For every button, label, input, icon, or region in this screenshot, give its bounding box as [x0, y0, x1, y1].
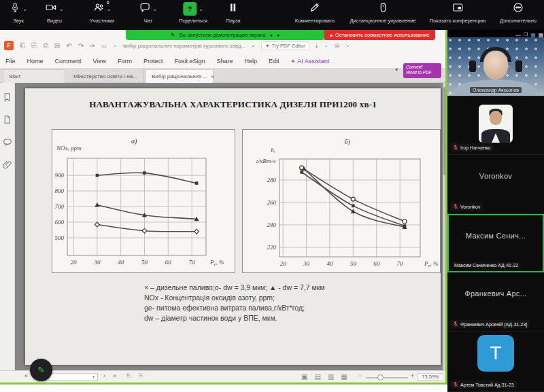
- chevron-down-icon[interactable]: ⌄: [113, 43, 117, 48]
- help-bubble-icon[interactable]: ◎: [335, 42, 340, 49]
- menu-file[interactable]: File: [5, 58, 16, 65]
- save-icon[interactable]: ⎘: [31, 41, 37, 50]
- single-page-icon[interactable]: ⎗: [126, 372, 131, 379]
- video-tile[interactable]: Ігор Натченко: [447, 96, 544, 155]
- chevron-down-icon[interactable]: ⌄: [152, 6, 157, 12]
- gallery-view-icon[interactable]: ▦: [539, 32, 544, 38]
- minimize-icon[interactable]: —: [515, 32, 521, 38]
- chevron-down-icon[interactable]: ⌄: [346, 43, 350, 48]
- chevron-down-icon[interactable]: ⌄: [107, 6, 112, 12]
- svg-text:NOх, ppm: NOх, ppm: [56, 145, 82, 152]
- print-icon[interactable]: ⎙: [43, 41, 48, 50]
- page-thumbnails-icon[interactable]: [3, 115, 12, 127]
- share-screen-icon: [183, 2, 197, 16]
- try-pdf-editor-chip[interactable]: ✦ Try PDF Editor: [261, 41, 309, 50]
- menu-ai-assistant[interactable]: ✦ AI Assistant: [291, 58, 330, 65]
- tab-active-doc[interactable]: Вибір раціональних ... ×: [146, 69, 214, 83]
- foxit-pdf-window: F ⎗ ⎘ ⎙ ✉ ↶ ↷ ✑ ▭ ⌄ вибір раціональних п…: [0, 30, 447, 385]
- two-page-view-icon[interactable]: ▥: [328, 373, 334, 380]
- toolbar-item-audio[interactable]: ⌄ Звук: [10, 2, 27, 24]
- video-tile-active-speaker[interactable]: Максим Сенич... Максим Сениченко АД-41-2…: [447, 214, 544, 272]
- grid-view-icon[interactable]: ▦: [530, 32, 536, 38]
- fit-width-icon[interactable]: ▤: [314, 373, 320, 380]
- toolbar-item-participants[interactable]: 6 ⌄ Участники: [90, 2, 114, 24]
- facing-pages-icon[interactable]: ⎘: [139, 372, 143, 379]
- participant-name-label: Артем Товстий Ад 31-23: [450, 380, 517, 389]
- share-border-bottom: [0, 382, 447, 385]
- redo-icon[interactable]: ↷: [78, 42, 84, 50]
- tab-ministry-doc[interactable]: Міністерство освіти і на...: [68, 69, 144, 83]
- hand-tool-icon[interactable]: ✑: [90, 42, 95, 50]
- bookmarks-icon[interactable]: [3, 92, 12, 105]
- first-page-button[interactable]: «: [24, 372, 28, 379]
- video-tile-host[interactable]: Олександр Аксьонов: [447, 37, 544, 96]
- menu-comment[interactable]: Comment: [55, 58, 82, 65]
- menu-protect[interactable]: Protect: [143, 58, 163, 65]
- chevron-down-icon[interactable]: ⌄: [59, 6, 64, 12]
- menu-view[interactable]: View: [93, 58, 106, 65]
- toolbar-item-show-meeting[interactable]: Показать конференцию: [430, 2, 486, 24]
- participant-name-label: Максим Сениченко АД-41-22: [452, 262, 521, 268]
- search-icon[interactable]: ⌕: [252, 42, 255, 50]
- open-file-icon[interactable]: ⎗: [20, 41, 25, 50]
- zoom-slider-track[interactable]: [366, 377, 408, 378]
- headphone-earcup: [469, 60, 476, 72]
- restore-icon[interactable]: ❐: [524, 32, 528, 37]
- fit-page-icon[interactable]: ▣: [301, 373, 307, 380]
- svg-text:г/кВт·ч: г/кВт·ч: [256, 158, 275, 164]
- toolbar-item-annotate[interactable]: Комментировать: [295, 2, 335, 24]
- last-page-button[interactable]: »: [113, 372, 116, 379]
- video-tile[interactable]: Т Артем Товстий Ад 31-23: [447, 332, 544, 392]
- menu-help[interactable]: Help: [244, 58, 257, 65]
- email-icon[interactable]: ✉: [54, 42, 60, 50]
- menu-foxit-esign[interactable]: Foxit eSign: [174, 58, 205, 65]
- document-canvas: НАВАНТАЖУВАЛЬНА ХАРАКТЕРИСТИКА ДИЗЕЛЯ ПР…: [15, 83, 443, 370]
- download-icon[interactable]: ⤓: [316, 42, 318, 50]
- convert-word-to-pdf-badge[interactable]: Convert! Word to PDF: [403, 63, 441, 78]
- screen-share-banner: ✎ Вы запустили демонстрацию экрана ● ●: [126, 30, 324, 40]
- banner-option-icon[interactable]: ●: [270, 33, 273, 37]
- toolbar-item-more[interactable]: Дополнительно: [500, 2, 537, 24]
- menu-share[interactable]: Share: [216, 58, 233, 65]
- svg-text:Pe, %: Pe, %: [209, 259, 224, 267]
- pdf-page: НАВАНТАЖУВАЛЬНА ХАРАКТЕРИСТИКА ДИЗЕЛЯ ПР…: [25, 88, 441, 365]
- banner-settings-icon[interactable]: ●: [277, 33, 279, 37]
- participant-name-label: Ігор Натченко: [450, 143, 494, 152]
- svg-text:Pe, %: Pe, %: [424, 260, 439, 268]
- toolbar-item-share[interactable]: ⌄ Поделиться: [179, 2, 207, 24]
- zoom-in-button[interactable]: +: [411, 372, 414, 379]
- toolbar-item-chat[interactable]: ⌄ Чат: [139, 2, 157, 24]
- snapshot-icon[interactable]: ▭: [102, 43, 107, 49]
- chevron-down-icon[interactable]: ▾: [395, 67, 398, 73]
- chevron-down-icon[interactable]: ⌄: [22, 6, 27, 12]
- undo-icon[interactable]: ↶: [66, 42, 71, 50]
- annotation-floating-logo[interactable]: ✎: [30, 359, 52, 381]
- comments-panel-icon[interactable]: [3, 137, 12, 149]
- annotation-pen-icon: ✎: [171, 32, 175, 38]
- zoom-out-button[interactable]: −: [358, 372, 362, 379]
- chevron-down-icon[interactable]: ⌄: [199, 6, 203, 12]
- next-page-button[interactable]: ›: [103, 372, 105, 379]
- attachments-icon[interactable]: [3, 160, 12, 172]
- zoom-slider-knob[interactable]: [377, 374, 384, 380]
- video-tile[interactable]: Франкевич Арс... Франкевич Арсеній [АД-3…: [447, 272, 544, 332]
- toolbar-item-remote-control[interactable]: Дистанционное управление: [350, 2, 415, 24]
- zoom-percent-box: 73.59%: [418, 373, 443, 381]
- continuous-view-icon[interactable]: ▦: [341, 373, 347, 380]
- document-search-text: вибір раціональних параметрів курсового …: [123, 43, 245, 49]
- menu-form[interactable]: Form: [118, 58, 132, 65]
- tab-start[interactable]: Start: [3, 69, 65, 83]
- menu-edit[interactable]: Edit: [269, 58, 279, 65]
- svg-text:30: 30: [303, 260, 310, 267]
- headphone-earcup: [515, 60, 522, 72]
- video-tile[interactable]: Voronkov Voronkov: [447, 155, 544, 214]
- close-tab-icon[interactable]: ×: [211, 73, 214, 80]
- stop-sharing-button[interactable]: ■ Остановить совместное использование: [324, 30, 435, 40]
- chevron-down-icon[interactable]: ⌄: [324, 43, 328, 48]
- toolbar-item-pause[interactable]: Пауза: [226, 2, 241, 24]
- svg-text:б): б): [345, 138, 351, 146]
- toolbar-item-video[interactable]: ⌄ Видео: [46, 2, 64, 24]
- share-banner-text: Вы запустили демонстрацию экрана: [179, 32, 265, 38]
- svg-text:50: 50: [141, 259, 148, 266]
- menu-home[interactable]: Home: [27, 58, 44, 65]
